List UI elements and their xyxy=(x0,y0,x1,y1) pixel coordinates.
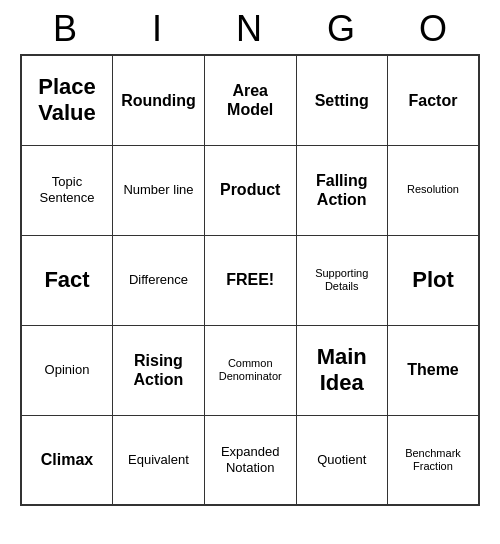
title-o: O xyxy=(394,8,474,50)
cell-r3-c0: Opinion xyxy=(21,325,113,415)
cell-r1-c3: Falling Action xyxy=(296,145,387,235)
cell-r3-c3: Main Idea xyxy=(296,325,387,415)
cell-r2-c1: Difference xyxy=(113,235,205,325)
cell-r0-c4: Factor xyxy=(387,55,479,145)
title-b: B xyxy=(26,8,106,50)
cell-r3-c2: Common Denominator xyxy=(204,325,296,415)
cell-r3-c1: Rising Action xyxy=(113,325,205,415)
cell-r0-c3: Setting xyxy=(296,55,387,145)
cell-r1-c0: Topic Sentence xyxy=(21,145,113,235)
bingo-title: B I N G O xyxy=(20,0,480,54)
cell-r4-c1: Equivalent xyxy=(113,415,205,505)
cell-r2-c0: Fact xyxy=(21,235,113,325)
cell-r0-c2: Area Model xyxy=(204,55,296,145)
cell-r2-c4: Plot xyxy=(387,235,479,325)
cell-r4-c4: Benchmark Fraction xyxy=(387,415,479,505)
cell-r0-c0: Place Value xyxy=(21,55,113,145)
cell-r4-c2: Expanded Notation xyxy=(204,415,296,505)
cell-r2-c3: Supporting Details xyxy=(296,235,387,325)
cell-r4-c3: Quotient xyxy=(296,415,387,505)
cell-r2-c2: FREE! xyxy=(204,235,296,325)
cell-r4-c0: Climax xyxy=(21,415,113,505)
cell-r1-c1: Number line xyxy=(113,145,205,235)
cell-r1-c2: Product xyxy=(204,145,296,235)
title-g: G xyxy=(302,8,382,50)
cell-r1-c4: Resolution xyxy=(387,145,479,235)
bingo-grid: Place ValueRoundingArea ModelSettingFact… xyxy=(20,54,480,506)
title-n: N xyxy=(210,8,290,50)
cell-r0-c1: Rounding xyxy=(113,55,205,145)
cell-r3-c4: Theme xyxy=(387,325,479,415)
title-i: I xyxy=(118,8,198,50)
